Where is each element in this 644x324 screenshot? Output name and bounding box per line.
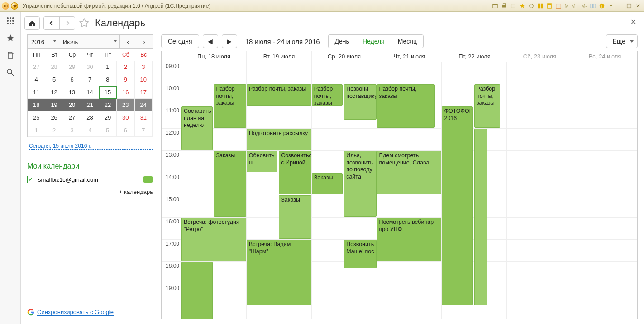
mini-day[interactable]: 5 — [45, 73, 63, 86]
mini-day[interactable]: 15 — [99, 86, 117, 99]
calendar-event[interactable]: Разбор почты, заказы — [247, 84, 311, 106]
month-select[interactable]: Июль — [59, 35, 120, 48]
close-icon[interactable]: ✕ — [634, 2, 642, 10]
view-week-button[interactable]: Неделя — [356, 34, 391, 48]
mini-day[interactable]: 19 — [45, 99, 63, 111]
calendar-event[interactable]: Разбор почты, заказы — [377, 84, 435, 128]
day-column[interactable]: Разбор почты, заказыСоставить план на не… — [181, 62, 247, 319]
calendar-event[interactable]: Заказы — [214, 151, 246, 217]
day-column[interactable] — [507, 62, 572, 319]
next-month-button[interactable]: › — [136, 35, 153, 48]
mini-day[interactable]: 28 — [81, 111, 99, 124]
toolbar-icon-1[interactable] — [491, 2, 499, 10]
day-column[interactable]: ФОТОФОРУМ 2016Разбор почты, заказы — [442, 62, 507, 319]
mini-day[interactable]: 27 — [63, 111, 81, 124]
mini-day[interactable]: 26 — [45, 111, 63, 124]
mini-day[interactable]: 14 — [81, 86, 99, 99]
calendar-event[interactable]: Составить план на неделю — [181, 106, 213, 150]
year-select[interactable]: 2016 — [28, 35, 59, 48]
m-plus-label[interactable]: M+ — [571, 3, 580, 9]
favorite-icon[interactable] — [518, 2, 526, 10]
toolbar-icon-5[interactable] — [527, 2, 535, 10]
calendar-event[interactable] — [181, 262, 213, 319]
day-column[interactable]: Разбор почты, заказыЕдем смотреть помеще… — [377, 62, 442, 319]
mini-day[interactable]: 3 — [63, 124, 81, 137]
close-page-icon[interactable]: ✕ — [629, 17, 638, 26]
toolbar-icon-3[interactable] — [509, 2, 517, 10]
nav-forward-button[interactable] — [59, 17, 75, 29]
mini-day[interactable]: 30 — [81, 61, 99, 73]
mini-day[interactable]: 8 — [99, 73, 117, 86]
mini-day[interactable]: 28 — [45, 61, 63, 73]
mini-day[interactable]: 9 — [117, 73, 134, 86]
m-label[interactable]: M — [563, 3, 569, 9]
calendar-event[interactable]: ФОТОФОРУМ 2016 — [442, 106, 473, 305]
app-menu-dropdown[interactable] — [11, 2, 18, 10]
apps-grid-icon[interactable] — [5, 15, 16, 26]
sync-google-link[interactable]: Синхронизировать с Google — [37, 309, 114, 316]
calendar-event[interactable]: Илья, позвонить по поводу сайта — [344, 151, 376, 217]
calendar-event[interactable]: Едем смотреть помещение, Слава — [377, 151, 442, 194]
home-button[interactable] — [24, 16, 40, 30]
calendar-event[interactable]: Созвониться с Ириной, — [279, 151, 311, 194]
mini-day[interactable]: 20 — [63, 99, 81, 111]
day-column[interactable] — [572, 62, 637, 319]
mini-day[interactable]: 6 — [117, 124, 134, 137]
calendar-event[interactable] — [474, 129, 487, 305]
mini-day[interactable]: 21 — [81, 99, 99, 111]
nav-back-button[interactable] — [44, 17, 59, 29]
minimize-icon[interactable]: — — [616, 2, 624, 10]
mini-day[interactable]: 2 — [117, 61, 134, 73]
calendar-icon[interactable] — [554, 2, 563, 10]
calendar-event[interactable]: Встреча: фотостудия "Ретро" — [181, 218, 246, 261]
mini-day[interactable]: 17 — [135, 86, 153, 99]
mini-day[interactable]: 4 — [81, 124, 99, 137]
calendar-event[interactable]: Подготовить рассылку — [247, 129, 311, 150]
mini-day[interactable]: 10 — [135, 73, 153, 86]
mini-day[interactable]: 22 — [99, 99, 117, 111]
calendar-event[interactable]: Позвонить Маше! пос — [344, 240, 376, 268]
favorite-page-icon[interactable] — [79, 18, 90, 29]
mini-day[interactable]: 3 — [135, 61, 153, 73]
mini-day[interactable]: 16 — [117, 86, 134, 99]
mini-day[interactable]: 4 — [28, 73, 45, 86]
view-day-button[interactable]: День — [328, 34, 356, 48]
search-icon[interactable] — [5, 67, 16, 78]
calendar-event[interactable]: Заказы — [312, 173, 343, 194]
calendar-event[interactable]: Заказы — [279, 195, 311, 239]
calculator-icon[interactable] — [545, 2, 553, 10]
mini-day[interactable]: 24 — [135, 99, 153, 111]
more-button[interactable]: Еще — [606, 34, 638, 48]
calendar-checkbox[interactable]: ✓ — [27, 176, 34, 183]
today-button[interactable]: Сегодня — [161, 34, 199, 48]
mini-day[interactable]: 7 — [81, 73, 99, 86]
today-link[interactable]: Сегодня, 15 июля 2016 г. — [29, 143, 153, 150]
calendar-event[interactable]: Посмотреть вебинар про УНФ — [377, 218, 442, 261]
dropdown-icon[interactable] — [607, 2, 615, 10]
calendar-event[interactable]: Разбор почты, заказы — [474, 84, 500, 128]
day-column[interactable]: Разбор почты, заказыПодготовить рассылку… — [247, 62, 312, 319]
mini-day[interactable]: 30 — [117, 111, 134, 124]
calendar-event[interactable]: Обновить ш — [247, 151, 278, 172]
m-minus-label[interactable]: M- — [580, 3, 588, 9]
mini-day[interactable]: 25 — [28, 111, 45, 124]
mini-day[interactable]: 1 — [28, 124, 45, 137]
calendar-event[interactable]: Разбор почты, заказы — [214, 84, 246, 128]
toolbar-icon-6[interactable] — [536, 2, 544, 10]
add-calendar-button[interactable]: + календарь — [27, 189, 153, 195]
star-icon[interactable] — [5, 33, 16, 44]
history-icon[interactable] — [5, 50, 16, 61]
mini-day[interactable]: 5 — [99, 124, 117, 137]
calendar-event[interactable]: Разбор почты, заказы — [312, 84, 343, 106]
panels-icon[interactable] — [589, 2, 597, 10]
calendar-event[interactable]: Позвони поставщику!!! — [344, 84, 376, 120]
mini-day[interactable]: 31 — [135, 111, 153, 124]
maximize-icon[interactable] — [625, 2, 633, 10]
mini-day[interactable]: 29 — [63, 61, 81, 73]
next-period-button[interactable]: ▶ — [222, 34, 237, 48]
mini-day[interactable]: 1 — [99, 61, 117, 73]
mini-day[interactable]: 13 — [63, 86, 81, 99]
view-month-button[interactable]: Месяц — [391, 34, 424, 48]
calendar-event[interactable]: Встреча: Вадим "Шарм" — [247, 240, 311, 305]
info-icon[interactable]: i — [598, 2, 606, 10]
